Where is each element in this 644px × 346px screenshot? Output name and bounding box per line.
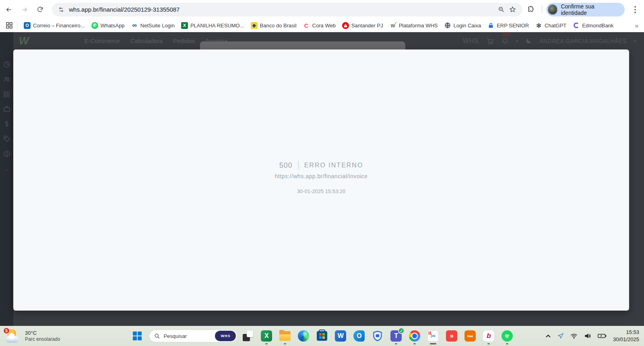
error-separator — [298, 161, 299, 170]
financial-dollar-icon[interactable] — [3, 120, 11, 128]
bookmark-correio[interactable]: O Correio – Financeiro... — [21, 21, 88, 31]
edmondbank-icon — [573, 22, 580, 29]
lock-icon — [487, 22, 494, 29]
app-page-overlay: W E-Commerce Calculadora Pedidos Acompa … — [0, 32, 644, 326]
chrome-app-button[interactable] — [408, 330, 421, 342]
battery-icon[interactable] — [598, 333, 607, 339]
whs-icon: w✓ — [390, 22, 396, 29]
bradesco-app-button[interactable]: b — [482, 330, 495, 342]
taskbar-clock[interactable]: 15:53 30/01/2025 — [613, 329, 639, 343]
word-icon: W — [335, 330, 346, 342]
excel-app-button[interactable]: X — [260, 330, 273, 342]
anydesk-app-button[interactable]: » — [445, 330, 458, 342]
bookmark-santander[interactable]: Santander PJ — [339, 21, 386, 31]
notifications-bell-icon[interactable]: 300 — [502, 37, 509, 45]
outlook-icon: O — [353, 330, 365, 342]
excel-icon: X — [181, 22, 188, 29]
spotify-icon — [502, 330, 513, 342]
url-bar[interactable]: whs.app.br/financial/20250129-31355087 — [52, 3, 522, 16]
file-explorer-button[interactable] — [279, 330, 291, 342]
bookmark-erp-senior[interactable]: ERP SENIOR — [484, 21, 532, 31]
task-view-button[interactable] — [242, 330, 254, 342]
help-icon[interactable] — [3, 150, 11, 158]
dashboard-pie-icon[interactable] — [3, 60, 11, 68]
banco-do-brasil-icon: ◈ — [251, 22, 258, 29]
outlook-app-button[interactable]: O — [353, 330, 365, 342]
weather-badge: 5 — [3, 327, 10, 334]
word-app-button[interactable]: W — [334, 330, 347, 342]
bookmark-cora[interactable]: C Cora Web — [300, 21, 339, 31]
bookmark-star-icon[interactable] — [507, 4, 518, 15]
bookmark-chatgpt[interactable]: ✻ ChatGPT — [532, 21, 570, 31]
edge-app-button[interactable] — [297, 330, 310, 342]
url-text[interactable]: whs.app.br/financial/20250129-31355087 — [69, 6, 495, 13]
bookmark-edmondbank[interactable]: EdmondBank — [570, 21, 617, 31]
taskbar-search[interactable]: Pesquisar WHS — [149, 330, 237, 342]
back-button[interactable] — [2, 3, 15, 16]
brand-text: WHS — [463, 37, 479, 45]
user-caret-icon[interactable]: ▾ — [634, 39, 636, 43]
microsoft-store-button[interactable] — [316, 330, 328, 342]
forward-button[interactable] — [18, 3, 31, 16]
identity-label: Confirme sua identidade — [561, 3, 619, 16]
snipping-tool-button[interactable]: ✂ — [427, 330, 440, 342]
bookmark-whatsapp[interactable]: ✆ WhatsApp — [88, 21, 128, 31]
apps-grid-icon[interactable] — [3, 20, 15, 31]
apps-modules-icon[interactable] — [3, 90, 11, 98]
windows-security-button[interactable] — [371, 330, 384, 342]
whs-logo: W — [19, 35, 28, 47]
error-title: ERRO INTERNO — [304, 162, 363, 169]
zoom-icon[interactable] — [495, 4, 507, 15]
tag-icon[interactable] — [3, 135, 11, 143]
site-info-icon[interactable] — [56, 4, 66, 15]
user-menu[interactable]: ANDRÉA GARCIA MAGALHÃES — [539, 38, 627, 44]
weather-widget[interactable]: 5 30°C Parc ensolarado — [5, 329, 60, 343]
notification-badge: 300 — [502, 32, 510, 37]
whatsapp-icon: ✆ — [91, 22, 98, 29]
bell-caret-icon[interactable]: ▾ — [516, 39, 518, 43]
dark-mode-moon-icon[interactable] — [525, 37, 532, 44]
bookmarks-overflow-chevron[interactable]: » — [635, 22, 638, 29]
confirm-identity-button[interactable]: Confirme sua identidade — [546, 3, 625, 16]
spotify-app-button[interactable] — [501, 330, 514, 342]
profile-avatar — [548, 4, 558, 15]
location-icon[interactable] — [557, 333, 564, 339]
bookmarks-bar: O Correio – Financeiro... ✆ WhatsApp ∞ N… — [0, 19, 644, 32]
bookmark-banco-do-brasil[interactable]: ◈ Banco do Brasil — [248, 21, 300, 31]
windows-logo-icon — [133, 332, 142, 340]
reload-button[interactable] — [33, 3, 46, 16]
volume-icon[interactable] — [584, 333, 591, 339]
nav-pedidos[interactable]: Pedidos — [173, 37, 195, 44]
search-icon — [154, 333, 160, 339]
bookmark-login-caixa[interactable]: Login Caixa — [441, 21, 485, 31]
browser-toolbar: whs.app.br/financial/20250129-31355087 C… — [0, 0, 644, 19]
cart-icon[interactable] — [486, 37, 494, 45]
bookmark-netsuite[interactable]: ∞ NetSuite Login — [128, 21, 178, 31]
teams-status-check-icon: ✓ — [398, 327, 405, 334]
search-highlight-whs[interactable]: WHS — [215, 331, 236, 341]
menu-kebab-icon[interactable] — [629, 3, 642, 16]
folder-icon — [279, 331, 291, 341]
start-button[interactable] — [130, 329, 144, 343]
security-shield-icon — [372, 330, 383, 342]
wifi-icon[interactable] — [570, 333, 578, 339]
briefcase-icon[interactable] — [3, 105, 11, 113]
itau-app-button[interactable]: itaú — [464, 330, 477, 342]
weather-sun-cloud-icon: 5 — [5, 329, 21, 343]
screen: whs.app.br/financial/20250129-31355087 C… — [0, 0, 644, 346]
weather-desc: Parc ensolarado — [25, 336, 60, 342]
clock-date: 30/01/2025 — [613, 336, 639, 343]
tray-chevron-up-icon[interactable] — [545, 334, 551, 338]
teams-app-button[interactable]: T✓ — [390, 330, 402, 342]
santander-icon — [342, 22, 349, 29]
sidebar-expand-arrow-icon[interactable]: → — [4, 166, 10, 172]
bookmark-plataforma-whs[interactable]: w✓ Plataforma WHS — [386, 21, 441, 31]
bookmark-planilha[interactable]: X PLANILHA RESUMO... — [178, 21, 248, 31]
customers-icon[interactable] — [3, 75, 11, 83]
app-header-right: WHS 300 ▾ ANDRÉA GARCIA MAGALHÃES ▾ — [463, 32, 636, 49]
bradesco-icon: b — [483, 330, 494, 342]
extensions-icon[interactable] — [524, 3, 537, 16]
bookmarks-divider — [17, 22, 17, 29]
nav-ecommerce[interactable]: E-Commerce — [85, 37, 120, 44]
nav-calculadora[interactable]: Calculadora — [130, 37, 163, 44]
